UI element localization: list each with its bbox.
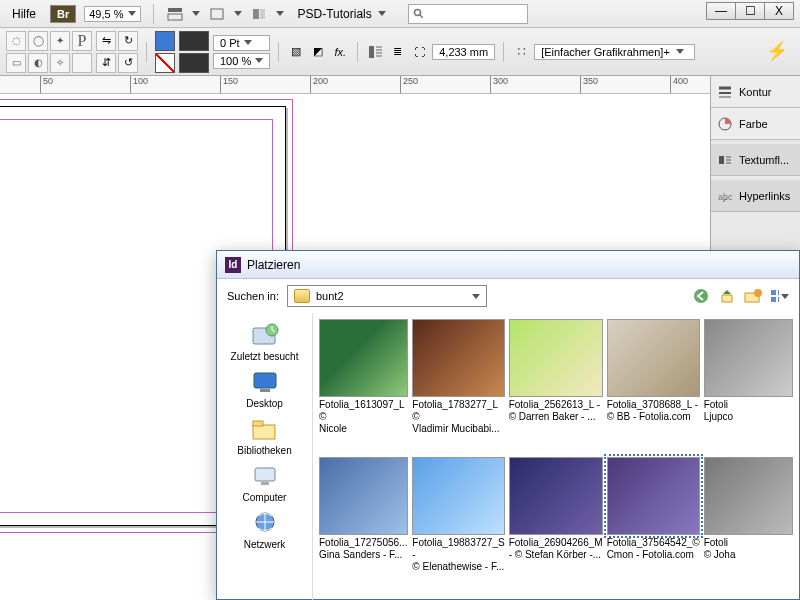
up-button[interactable]: [717, 286, 737, 306]
flip-v-icon[interactable]: ⇵: [96, 53, 116, 73]
panel-textumfluss[interactable]: Textumfl...: [711, 144, 800, 176]
place-libraries[interactable]: Bibliotheken: [237, 413, 291, 458]
file-thumb[interactable]: Fotolia_26904266_M- © Stefan Körber -...: [509, 457, 603, 591]
new-folder-button[interactable]: [743, 286, 763, 306]
file-thumb[interactable]: FotoliLjupco: [704, 319, 793, 453]
file-thumb[interactable]: Fotolia_1613097_L ©Nicole Steinbichler..…: [319, 319, 408, 453]
quick-apply-icon[interactable]: ⚡: [766, 40, 788, 62]
folder-name: bunt2: [316, 290, 344, 302]
tool-icon[interactable]: ✦: [50, 31, 70, 51]
workspace-label: PSD-Tutorials: [298, 7, 372, 21]
bridge-button[interactable]: Br: [50, 5, 76, 23]
thumbnail-image: [412, 319, 504, 397]
svg-rect-30: [254, 373, 276, 388]
window-controls: — ☐ X: [707, 2, 794, 20]
ruler-tick: 400: [670, 76, 688, 94]
folder-combo[interactable]: bunt2: [287, 285, 487, 307]
search-in-label: Suchen in:: [227, 290, 279, 302]
svg-rect-3: [253, 9, 259, 19]
svg-rect-32: [253, 425, 275, 439]
stroke-color-swatch[interactable]: [155, 53, 175, 73]
dialog-toolbar: Suchen in: bunt2: [217, 279, 799, 313]
panel-hyperlinks[interactable]: abc Hyperlinks: [711, 180, 800, 212]
fx-icon[interactable]: fx.: [331, 43, 349, 61]
ruler-tick: 150: [220, 76, 238, 94]
tool-icon[interactable]: [72, 53, 92, 73]
file-thumb[interactable]: Fotolia_19883727_S -© Elenathewise - F..…: [412, 457, 504, 591]
file-thumb[interactable]: Fotolia_37564542_©Cmon - Fotolia.com: [607, 457, 700, 591]
indesign-icon: Id: [225, 257, 241, 273]
place-recent[interactable]: Zuletzt besucht: [231, 319, 299, 364]
crop-icon[interactable]: ⛶: [410, 43, 428, 61]
svg-line-6: [420, 14, 423, 17]
svg-rect-4: [260, 9, 265, 19]
zoom-field[interactable]: 49,5 %: [84, 6, 140, 22]
panel-kontur[interactable]: Kontur: [711, 76, 800, 108]
place-computer[interactable]: Computer: [243, 460, 287, 505]
svg-rect-27: [778, 297, 779, 302]
measure-field[interactable]: 4,233 mm: [432, 44, 495, 60]
stroke-panel-icon: [717, 84, 733, 100]
tool-letter-p[interactable]: P: [72, 31, 92, 51]
chevron-down-icon[interactable]: [276, 11, 284, 16]
place-desktop[interactable]: Desktop: [246, 366, 283, 411]
effects-icon[interactable]: ▧: [287, 43, 305, 61]
ruler-tick: 300: [490, 76, 508, 94]
workspace-switcher[interactable]: PSD-Tutorials: [292, 7, 392, 21]
stroke-style-swatch[interactable]: [179, 31, 209, 51]
text-wrap-icon[interactable]: ≣: [388, 43, 406, 61]
flip-h-icon[interactable]: ⇋: [96, 31, 116, 51]
file-thumb[interactable]: Fotoli© Joha: [704, 457, 793, 591]
color-panel-icon: [717, 116, 733, 132]
thumbnail-image: [319, 457, 408, 535]
chevron-down-icon: [378, 11, 386, 16]
tool-icon[interactable]: ◯: [28, 31, 48, 51]
close-button[interactable]: X: [764, 2, 794, 20]
corner-options-icon[interactable]: ⸬: [512, 43, 530, 61]
rotate-ccw-icon[interactable]: ↺: [118, 53, 138, 73]
separator: [357, 42, 358, 62]
tool-icon[interactable]: ◐: [28, 53, 48, 73]
fill-color-swatch[interactable]: [155, 31, 175, 51]
dialog-titlebar[interactable]: Id Platzieren: [217, 251, 799, 279]
file-thumb[interactable]: Fotolia_3708688_L -© BB - Fotolia.com: [607, 319, 700, 453]
panel-farbe[interactable]: Farbe: [711, 108, 800, 140]
search-input[interactable]: [408, 4, 528, 24]
rotate-icon[interactable]: ↻: [118, 31, 138, 51]
places-sidebar: Zuletzt besucht Desktop Bibliotheken Com…: [217, 313, 313, 600]
svg-rect-24: [771, 290, 776, 295]
svg-rect-0: [168, 8, 182, 12]
file-thumb[interactable]: Fotolia_1783277_L ©Vladimir Mucibabi...: [412, 319, 504, 453]
svg-rect-31: [260, 389, 270, 392]
tool-icon[interactable]: ✧: [50, 53, 70, 73]
view-options-icon[interactable]: [166, 5, 184, 23]
separator: [503, 42, 504, 62]
chevron-down-icon[interactable]: [234, 11, 242, 16]
view-menu-button[interactable]: [769, 286, 789, 306]
tool-icon[interactable]: ▭: [6, 53, 26, 73]
object-style-combo[interactable]: [Einfacher Grafikrahmen]+: [534, 44, 695, 60]
file-thumb[interactable]: Fotolia_2562613_L -© Darren Baker - ...: [509, 319, 603, 453]
tool-icon[interactable]: ◌: [6, 31, 26, 51]
folder-icon: [294, 289, 310, 303]
minimize-button[interactable]: —: [706, 2, 736, 20]
maximize-button[interactable]: ☐: [735, 2, 765, 20]
drop-shadow-icon[interactable]: ◩: [309, 43, 327, 61]
back-button[interactable]: [691, 286, 711, 306]
menu-help[interactable]: Hilfe: [6, 5, 42, 23]
stroke-style-swatch[interactable]: [179, 53, 209, 73]
chevron-down-icon[interactable]: [192, 11, 200, 16]
opacity-field[interactable]: 100 %: [213, 53, 270, 69]
file-thumb[interactable]: Fotolia_17275056...Gina Sanders - F...: [319, 457, 408, 591]
screen-mode-icon[interactable]: [208, 5, 226, 23]
text-wrap-icon[interactable]: [366, 43, 384, 61]
chevron-down-icon: [128, 11, 136, 16]
ruler-tick: 250: [400, 76, 418, 94]
stroke-weight-field[interactable]: 0 Pt: [213, 35, 270, 51]
place-network[interactable]: Netzwerk: [244, 507, 286, 552]
thumbnail-image: [607, 457, 700, 535]
svg-rect-33: [253, 421, 263, 426]
panel-dock: Kontur Farbe Textumfl... abc Hyperlinks: [710, 76, 800, 276]
svg-rect-26: [771, 297, 776, 302]
arrange-icon[interactable]: [250, 5, 268, 23]
